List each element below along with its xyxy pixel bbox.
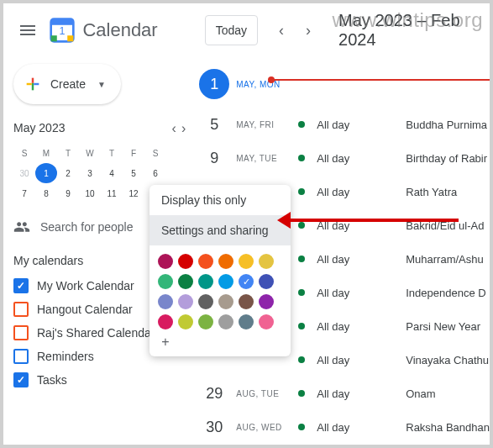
svg-rect-2: [68, 35, 74, 41]
mini-day[interactable]: 12: [123, 183, 144, 203]
calendar-logo-icon: 1: [49, 17, 76, 44]
allday-label: All day: [317, 354, 364, 366]
event-dot-icon: [298, 256, 305, 262]
allday-label: All day: [317, 253, 364, 266]
event-dot-icon: [298, 188, 305, 195]
agenda-row[interactable]: 1MAY, MON: [196, 61, 490, 108]
color-swatch[interactable]: [218, 274, 233, 289]
mini-next-month-button[interactable]: ›: [181, 121, 186, 136]
mini-dow: S: [144, 143, 166, 163]
calendar-checkbox[interactable]: [13, 278, 29, 293]
agenda-day-today[interactable]: 1: [199, 69, 229, 99]
event-title[interactable]: Raksha Bandhan: [406, 421, 490, 434]
calendar-checkbox[interactable]: [13, 302, 29, 317]
calendar-label: Raj's Shared Calendar: [37, 326, 155, 340]
agenda-row[interactable]: 29AUG, TUEAll dayOnam: [196, 377, 490, 410]
agenda-row[interactable]: 5MAY, FRIAll dayBuddha Purnima: [196, 108, 490, 141]
app-title: Calendar: [82, 19, 157, 41]
calendar-checkbox[interactable]: [13, 372, 29, 387]
agenda-day-number[interactable]: 9: [199, 150, 229, 167]
mini-day[interactable]: 9: [57, 183, 79, 203]
agenda-day-number[interactable]: 29: [199, 385, 229, 403]
agenda-day-number[interactable]: 30: [199, 419, 229, 436]
mini-dow: M: [35, 143, 57, 163]
mini-day[interactable]: 11: [101, 183, 123, 203]
mini-day[interactable]: 2: [57, 163, 79, 183]
color-swatch[interactable]: [158, 314, 173, 329]
create-button[interactable]: Create ▼: [13, 64, 121, 104]
hamburger-icon: [18, 20, 38, 40]
agenda-row[interactable]: 9MAY, TUEAll dayBirthday of Rabir: [196, 141, 490, 175]
color-swatch[interactable]: [178, 274, 193, 289]
color-swatch[interactable]: [259, 274, 274, 289]
calendar-context-menu: Display this only Settings and sharing +: [149, 185, 291, 356]
today-button[interactable]: Today: [205, 15, 258, 45]
agenda-day-number[interactable]: 5: [199, 116, 229, 134]
mini-day[interactable]: 7: [13, 183, 35, 203]
main-menu-button[interactable]: [10, 10, 45, 50]
color-swatch[interactable]: [239, 314, 254, 329]
color-swatch[interactable]: [158, 294, 173, 309]
color-swatch[interactable]: [178, 314, 193, 329]
color-swatch[interactable]: [259, 314, 274, 329]
next-period-button[interactable]: ›: [295, 17, 322, 44]
calendar-checkbox[interactable]: [13, 325, 29, 340]
svg-rect-3: [51, 35, 57, 41]
event-title[interactable]: Rath Yatra: [406, 186, 457, 198]
color-swatch[interactable]: [218, 314, 233, 329]
calendar-label: Reminders: [37, 350, 94, 363]
date-range-title[interactable]: May 2023 – Feb 2024: [338, 11, 483, 50]
calendar-label: Tasks: [37, 373, 67, 387]
color-swatch[interactable]: [158, 254, 173, 269]
mini-prev-month-button[interactable]: ‹: [172, 121, 176, 136]
mini-month-title[interactable]: May 2023: [13, 121, 65, 134]
event-title[interactable]: Muharram/Ashu: [406, 253, 483, 266]
color-swatch[interactable]: [218, 254, 233, 269]
color-swatch[interactable]: [239, 274, 254, 289]
color-swatch[interactable]: [198, 314, 213, 329]
calendar-list-item[interactable]: Tasks: [13, 368, 186, 392]
event-title[interactable]: Onam: [406, 387, 435, 400]
mini-dow: T: [57, 143, 79, 163]
event-title[interactable]: Parsi New Year: [406, 320, 480, 333]
agenda-row[interactable]: 30AUG, WEDAll dayRaksha Bandhan: [196, 410, 490, 444]
menu-display-only[interactable]: Display this only: [149, 185, 291, 215]
mini-day[interactable]: 4: [101, 163, 123, 183]
mini-dow: S: [13, 143, 35, 163]
mini-day[interactable]: 30: [13, 163, 35, 183]
mini-day[interactable]: 6: [144, 163, 166, 183]
now-indicator: [271, 79, 493, 81]
color-swatch[interactable]: [259, 254, 274, 269]
color-swatch[interactable]: [239, 294, 254, 309]
allday-label: All day: [317, 421, 364, 434]
mini-day[interactable]: 8: [35, 183, 57, 203]
color-swatch[interactable]: [198, 254, 213, 269]
mini-day[interactable]: 10: [79, 183, 101, 203]
allday-label: All day: [317, 387, 364, 400]
add-color-button[interactable]: +: [158, 335, 173, 350]
color-swatch[interactable]: [178, 254, 193, 269]
agenda-weekday: MAY, MON: [236, 80, 291, 89]
allday-label: All day: [317, 320, 364, 333]
event-title[interactable]: Independence D: [406, 287, 485, 299]
color-swatch[interactable]: [198, 274, 213, 289]
prev-period-button[interactable]: ‹: [268, 17, 295, 44]
create-label: Create: [50, 77, 86, 91]
color-swatch[interactable]: [198, 294, 213, 309]
agenda-weekday: MAY, TUE: [236, 154, 291, 163]
color-swatch[interactable]: [178, 294, 193, 309]
event-title[interactable]: Vinayaka Chathu: [406, 354, 489, 366]
color-swatch[interactable]: [158, 274, 173, 289]
event-title[interactable]: Buddha Purnima: [406, 119, 487, 131]
mini-day[interactable]: 5: [123, 163, 144, 183]
mini-day[interactable]: 1: [35, 163, 57, 183]
mini-day[interactable]: 3: [79, 163, 101, 183]
color-swatch[interactable]: [259, 294, 274, 309]
agenda-row[interactable]: 6SEPT, WEDAll dayJanmashtami (S: [196, 444, 490, 448]
color-swatch[interactable]: [239, 254, 254, 269]
color-swatch[interactable]: [218, 294, 233, 309]
event-dot-icon: [298, 323, 305, 329]
event-title[interactable]: Birthday of Rabir: [406, 152, 487, 165]
calendar-checkbox[interactable]: [13, 349, 29, 364]
event-dot-icon: [298, 356, 305, 363]
